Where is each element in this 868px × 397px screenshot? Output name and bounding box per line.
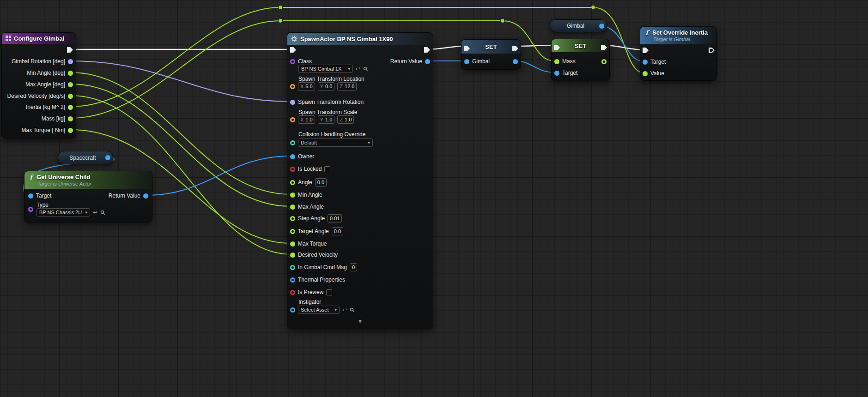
- output-pin[interactable]: [513, 59, 518, 64]
- step-angle-value-field[interactable]: 0.01: [328, 214, 342, 223]
- rotator-out-pin[interactable]: [68, 59, 73, 64]
- x-value-field[interactable]: X5.0: [298, 82, 315, 90]
- node-spawn-actor[interactable]: SpawnActor BP NS Gimbal 1X90 Class Retur…: [287, 32, 433, 329]
- float-in-pin[interactable]: [290, 216, 295, 221]
- reroute-node[interactable]: [591, 6, 595, 10]
- node-set-mass[interactable]: SET Mass Target: [551, 39, 610, 81]
- exec-out-pin[interactable]: [709, 48, 715, 53]
- target-in-pin[interactable]: [643, 60, 648, 65]
- float-out-pin[interactable]: [68, 116, 73, 121]
- expand-node-arrow[interactable]: ▼: [287, 318, 433, 325]
- node-header[interactable]: SET: [552, 39, 609, 52]
- pin-row: Spawn Transform Rotation: [290, 97, 364, 107]
- y-value-field[interactable]: Y0.0: [318, 82, 335, 90]
- exec-in-pin[interactable]: [290, 47, 296, 53]
- float-out-pin[interactable]: [68, 128, 73, 133]
- owner-in-pin[interactable]: [290, 154, 295, 159]
- pin-label: Max Angle: [298, 204, 324, 210]
- float-in-pin[interactable]: [290, 192, 295, 198]
- class-select-dropdown[interactable]: BP NS Chassis 2U ▾: [36, 208, 90, 217]
- node-get-universe-child[interactable]: f Get Universe Child Target is Universe …: [24, 171, 152, 223]
- node-spacecraft-getter[interactable]: Spacecraft: [58, 151, 113, 164]
- class-select-dropdown[interactable]: BP NS Gimbal 1X ▾: [298, 65, 353, 73]
- in-gimbal-cmd-msg-field[interactable]: 0: [350, 263, 357, 271]
- exec-out-pin[interactable]: [67, 47, 73, 53]
- node-configure-gimbal[interactable]: Configure Gimbal Gimbal Rotation [deg] M…: [1, 32, 76, 138]
- vector-in-pin[interactable]: [290, 84, 295, 89]
- value-in-pin[interactable]: [643, 71, 648, 76]
- reroute-node[interactable]: [279, 6, 283, 10]
- float-in-pin[interactable]: [290, 253, 295, 258]
- pin-value-row: BP NS Gimbal 1X ▾ ↩: [298, 64, 368, 73]
- node-gimbal-getter[interactable]: Gimbal: [550, 19, 607, 32]
- int-in-pin[interactable]: [290, 265, 295, 270]
- bool-in-pin[interactable]: [290, 290, 295, 295]
- vector-in-pin[interactable]: [290, 117, 295, 122]
- enum-in-pin[interactable]: [290, 140, 295, 145]
- reroute-node[interactable]: [501, 19, 505, 23]
- pin-row: [513, 57, 518, 66]
- float-out-pin[interactable]: [68, 94, 73, 99]
- node-title: Configure Gimbal: [14, 35, 64, 42]
- use-selected-icon[interactable]: ↩: [356, 66, 360, 72]
- chevron-down-icon: ▾: [85, 210, 87, 215]
- is-preview-checkbox[interactable]: [326, 289, 332, 295]
- float-in-pin[interactable]: [290, 205, 295, 210]
- pin-label: Desired Velocity [deg/s]: [7, 93, 65, 99]
- object-out-pin[interactable]: [599, 24, 604, 29]
- object-in-pin[interactable]: [290, 307, 295, 313]
- y-value-field[interactable]: Y1.0: [318, 115, 335, 124]
- instigator-asset-dropdown[interactable]: Select Asset ▾: [298, 306, 340, 314]
- target-in-pin[interactable]: [554, 71, 559, 76]
- rotator-in-pin[interactable]: [290, 100, 295, 105]
- exec-out-pin[interactable]: [424, 47, 430, 53]
- float-out-pin[interactable]: [68, 105, 73, 110]
- collision-dropdown[interactable]: Default ▾: [298, 138, 373, 147]
- x-value-field[interactable]: X1.0: [298, 115, 315, 124]
- pin-label: Instigator: [298, 299, 321, 305]
- gimbal-in-pin[interactable]: [464, 59, 469, 64]
- node-header[interactable]: SpawnActor BP NS Gimbal 1X90: [287, 33, 433, 45]
- mass-in-pin[interactable]: [554, 59, 559, 64]
- float-in-pin[interactable]: [290, 229, 295, 234]
- return-value-out-pin[interactable]: [143, 193, 148, 198]
- function-icon: f: [28, 174, 34, 181]
- use-selected-icon[interactable]: ↩: [93, 210, 97, 215]
- pin-label: Thermal Properties: [298, 277, 345, 283]
- gear-icon: [291, 36, 297, 42]
- exec-out-pin[interactable]: [512, 46, 518, 51]
- class-in-pin[interactable]: [28, 207, 33, 212]
- node-set-override-inertia[interactable]: f Set Override Inertia Target is Gimbal …: [640, 26, 717, 81]
- browse-icon[interactable]: [100, 210, 105, 215]
- blueprint-canvas[interactable]: Configure Gimbal Gimbal Rotation [deg] M…: [0, 0, 868, 397]
- node-header[interactable]: f Set Override Inertia Target is Gimbal: [640, 27, 716, 44]
- bool-in-pin[interactable]: [290, 167, 295, 172]
- node-header[interactable]: Configure Gimbal: [2, 33, 76, 44]
- target-in-pin[interactable]: [28, 193, 33, 198]
- node-set-gimbal[interactable]: SET Gimbal: [461, 39, 521, 70]
- exec-in-pin[interactable]: [643, 48, 649, 53]
- pin-label: Target Angle: [298, 228, 329, 235]
- output-pin[interactable]: [601, 59, 607, 64]
- float-out-pin[interactable]: [68, 71, 73, 76]
- object-in-pin[interactable]: [290, 277, 295, 283]
- return-value-out-pin[interactable]: [425, 59, 430, 64]
- reroute-node[interactable]: [279, 19, 283, 23]
- float-in-pin[interactable]: [290, 180, 295, 185]
- browse-icon[interactable]: [350, 307, 355, 313]
- z-value-field[interactable]: Z12.0: [337, 82, 357, 90]
- float-in-pin[interactable]: [290, 241, 295, 247]
- browse-icon[interactable]: [363, 66, 368, 72]
- float-out-pin[interactable]: [68, 82, 73, 87]
- is-locked-checkbox[interactable]: [324, 166, 330, 172]
- angle-value-field[interactable]: 0.0: [315, 178, 327, 186]
- object-out-pin[interactable]: [105, 155, 110, 160]
- exec-out-pin[interactable]: [601, 45, 607, 50]
- node-header[interactable]: SET: [461, 40, 521, 54]
- target-angle-value-field[interactable]: 0.0: [332, 227, 343, 235]
- use-selected-icon[interactable]: ↩: [342, 307, 347, 313]
- node-header[interactable]: f Get Universe Child Target is Universe …: [24, 171, 152, 189]
- z-value-field[interactable]: Z1.0: [337, 115, 354, 124]
- class-in-pin[interactable]: [290, 59, 295, 64]
- pin-row: Max Torque: [290, 239, 327, 248]
